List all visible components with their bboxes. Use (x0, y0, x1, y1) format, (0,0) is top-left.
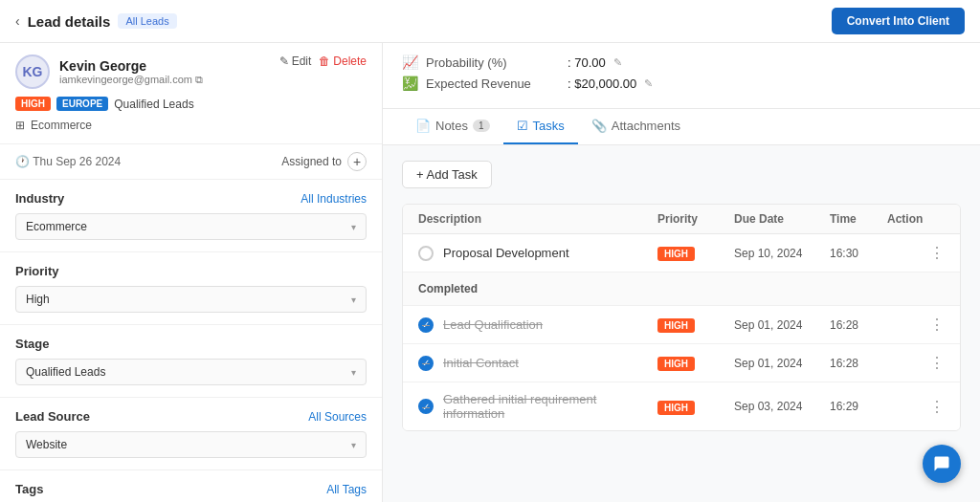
revenue-stat: 💹 Expected Revenue : $20,000.00 ✎ (402, 76, 961, 91)
probability-stat: 📈 Probability (%) : 70.00 ✎ (402, 55, 961, 70)
back-button[interactable]: ‹ (15, 13, 20, 29)
all-leads-badge[interactable]: All Leads (118, 13, 176, 29)
delete-button[interactable]: 🗑 Delete (319, 55, 367, 68)
assigned-to-section: Assigned to + (281, 152, 367, 171)
revenue-label: Expected Revenue (426, 76, 560, 91)
notes-badge: 1 (473, 120, 490, 132)
priority-badge: HIGH (657, 401, 695, 415)
completed-section-label: Completed (403, 273, 960, 306)
chevron-down-icon: ▾ (351, 367, 356, 378)
task-action-menu[interactable]: ⋮ (887, 398, 945, 416)
lead-email: iamkevingeorge@gmail.com ⧉ (59, 74, 203, 86)
task-description: ✓ Lead Qualification (418, 317, 657, 333)
priority-label: Priority (15, 264, 59, 278)
task-priority: HIGH (657, 400, 734, 414)
task-time: 16:28 (830, 318, 887, 332)
clock-icon: 🕐 (15, 155, 30, 168)
avatar: KG (15, 55, 50, 89)
all-industries-link[interactable]: All Industries (301, 192, 367, 206)
industry-section: Industry All Industries Ecommerce ▾ (0, 180, 382, 252)
revenue-edit-icon[interactable]: ✎ (644, 77, 653, 90)
industry-header: Industry All Industries (15, 191, 367, 206)
priority-badge: HIGH (657, 357, 695, 371)
edit-button[interactable]: ✎ Edit (279, 55, 312, 68)
stage-section: Stage Qualified Leads ▾ (0, 325, 382, 398)
table-row: ✓ Gathered initial requirement informati… (403, 382, 960, 430)
assign-plus-button[interactable]: + (347, 152, 367, 171)
grid-icon: ⊞ (15, 119, 25, 132)
priority-select[interactable]: High ▾ (15, 286, 367, 313)
revenue-value: : $20,000.00 (568, 76, 636, 91)
task-checkbox[interactable]: ✓ (418, 356, 434, 371)
lead-tags: HIGH EUROPE Qualified Leads (15, 97, 367, 111)
probability-icon: 📈 (402, 55, 418, 70)
task-description: ✓ Gathered initial requirement informati… (418, 392, 657, 421)
high-tag: HIGH (15, 97, 51, 111)
tab-notes[interactable]: 📄 Notes 1 (402, 109, 503, 144)
left-panel: KG Kevin George iamkevingeorge@gmail.com… (0, 43, 383, 502)
task-table: Description Priority Due Date Time Actio… (402, 204, 961, 431)
tab-attachments[interactable]: 📎 Attachments (578, 109, 694, 144)
task-due-date: Sep 03, 2024 (734, 400, 830, 413)
task-priority: HIGH (657, 317, 734, 332)
task-checkbox[interactable]: ✓ (418, 317, 434, 333)
table-header: Description Priority Due Date Time Actio… (403, 205, 960, 234)
priority-header: Priority (15, 264, 367, 278)
copy-icon[interactable]: ⧉ (195, 74, 203, 86)
table-row: ✓ Initial Contact HIGH Sep 01, 2024 16:2… (403, 344, 960, 382)
priority-badge: HIGH (657, 247, 695, 261)
page-header: ‹ Lead details All Leads Convert Into Cl… (0, 0, 980, 43)
task-action-menu[interactable]: ⋮ (887, 316, 945, 334)
task-due-date: Sep 10, 2024 (734, 247, 830, 260)
convert-client-button[interactable]: Convert Into Client (832, 8, 965, 34)
lead-actions: ✎ Edit 🗑 Delete (279, 55, 367, 68)
attachments-icon: 📎 (591, 119, 607, 133)
chevron-down-icon: ▾ (351, 222, 356, 232)
task-time: 16:28 (830, 357, 887, 370)
table-row: Proposal Development HIGH Sep 10, 2024 1… (403, 234, 960, 273)
lead-details: Kevin George iamkevingeorge@gmail.com ⧉ (59, 58, 203, 86)
industry-select[interactable]: Ecommerce ▾ (15, 213, 367, 240)
task-checkbox[interactable] (418, 246, 434, 261)
lead-header: KG Kevin George iamkevingeorge@gmail.com… (15, 55, 367, 89)
tabs-bar: 📄 Notes 1 ☑ Tasks 📎 Attachments (383, 109, 980, 145)
stats-row: 📈 Probability (%) : 70.00 ✎ 💹 Expected R… (383, 43, 980, 109)
task-description: Proposal Development (418, 246, 657, 261)
lead-date: 🕐 Thu Sep 26 2024 (15, 155, 121, 168)
europe-tag: EUROPE (56, 97, 108, 111)
col-due-date: Due Date (734, 212, 830, 226)
main-content: KG Kevin George iamkevingeorge@gmail.com… (0, 43, 980, 502)
all-tags-link[interactable]: All Tags (326, 483, 367, 496)
stage-label: Stage (15, 337, 49, 351)
tasks-icon: ☑ (517, 119, 528, 133)
lead-identity: KG Kevin George iamkevingeorge@gmail.com… (15, 55, 203, 89)
tags-header: Tags All Tags (15, 482, 367, 496)
add-task-button[interactable]: + Add Task (402, 161, 492, 188)
task-time: 16:30 (830, 247, 887, 260)
task-checkbox[interactable]: ✓ (418, 399, 434, 414)
table-row: ✓ Lead Qualification HIGH Sep 01, 2024 1… (403, 306, 960, 344)
task-description: ✓ Initial Contact (418, 356, 657, 371)
all-sources-link[interactable]: All Sources (308, 410, 367, 424)
lead-source-header: Lead Source All Sources (15, 409, 367, 424)
probability-edit-icon[interactable]: ✎ (613, 56, 622, 69)
lead-source-label: Lead Source (15, 409, 90, 424)
notes-icon: 📄 (415, 119, 431, 133)
trash-icon: 🗑 (319, 55, 330, 68)
col-priority: Priority (657, 212, 734, 226)
edit-icon: ✎ (279, 55, 289, 68)
lead-category: ⊞ Ecommerce (15, 119, 367, 132)
task-action-menu[interactable]: ⋮ (887, 244, 945, 262)
task-action-menu[interactable]: ⋮ (887, 354, 945, 372)
chat-button[interactable] (923, 445, 961, 483)
industry-label: Industry (15, 191, 64, 206)
col-time: Time (830, 212, 887, 226)
qualified-tag: Qualified Leads (114, 98, 193, 111)
tags-label: Tags (15, 482, 43, 496)
lead-source-select[interactable]: Website ▾ (15, 431, 367, 458)
tab-tasks[interactable]: ☑ Tasks (503, 109, 578, 144)
task-area: + Add Task Description Priority Due Date… (383, 145, 980, 447)
task-priority: HIGH (657, 356, 734, 370)
stage-select[interactable]: Qualified Leads ▾ (15, 359, 367, 385)
lead-date-row: 🕐 Thu Sep 26 2024 Assigned to + (0, 144, 382, 180)
